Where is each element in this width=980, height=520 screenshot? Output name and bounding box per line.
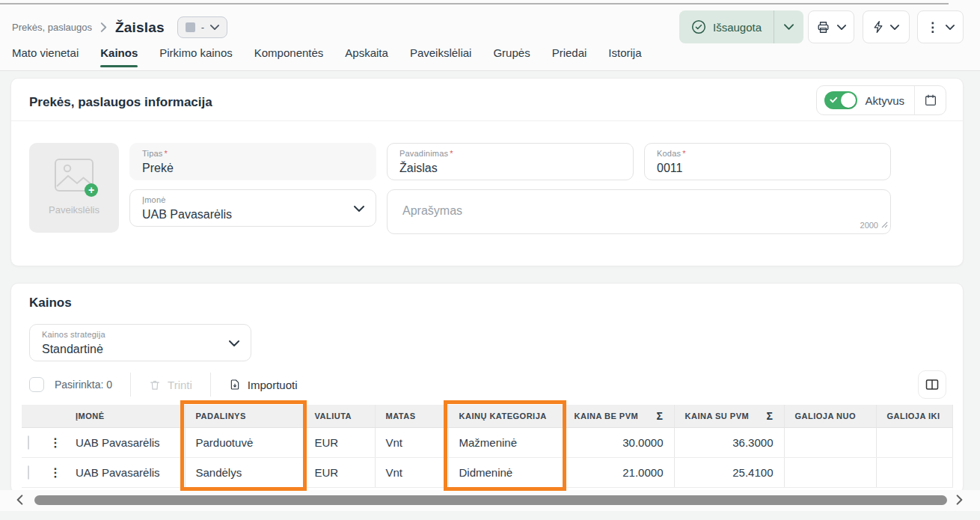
imone-value: UAB Pavasarėlis bbox=[142, 208, 232, 221]
tab-kainos[interactable]: Kainos bbox=[100, 46, 138, 67]
chevron-down-icon bbox=[837, 25, 846, 30]
col-header-galioja-iki[interactable]: GALIOJA IKI bbox=[876, 405, 952, 427]
tipas-field[interactable]: Tipas* Prekė bbox=[129, 143, 376, 180]
saved-dropdown-caret[interactable] bbox=[774, 24, 803, 30]
required-marker: * bbox=[450, 149, 453, 158]
sum-icon[interactable]: Σ bbox=[767, 410, 774, 422]
prices-card: Kainos Kainos strategija Standartinė Pas… bbox=[10, 283, 964, 494]
cell-matas[interactable]: Vnt bbox=[375, 457, 448, 487]
cell-kainu-kategorija[interactable]: Mažmeninė bbox=[448, 427, 563, 457]
strategy-label: Kainos strategija bbox=[42, 330, 105, 339]
toggle-knob bbox=[841, 93, 856, 108]
resize-handle[interactable] bbox=[881, 218, 888, 231]
import-button[interactable]: Importuoti bbox=[229, 378, 298, 391]
delete-button[interactable]: Trinti bbox=[149, 379, 192, 391]
table-row: ⋮ UAB Pavasarėlis Parduotuvė EUR Vnt Maž… bbox=[22, 427, 952, 457]
cell-kaina-su-pvm[interactable]: 36.3000 bbox=[674, 427, 784, 457]
imone-label: Įmonė bbox=[142, 195, 166, 204]
top-bar: Prekės, paslaugos Žaislas - Išsaugota bbox=[0, 0, 980, 71]
imone-select[interactable]: Įmonė UAB Pavasarėlis bbox=[129, 189, 376, 227]
divider bbox=[11, 120, 963, 121]
prices-table: ĮMONĖ PADALINYS VALIUTA MATAS KAINŲ KATE… bbox=[22, 405, 952, 488]
cell-matas[interactable]: Vnt bbox=[375, 427, 448, 457]
tipas-value: Prekė bbox=[142, 162, 174, 175]
tab-pirkimo-kainos[interactable]: Pirkimo kainos bbox=[159, 46, 233, 67]
print-dropdown-button[interactable] bbox=[808, 10, 854, 43]
aprasymas-textarea[interactable]: Aprašymas 2000 bbox=[387, 189, 891, 234]
chevron-down-icon bbox=[229, 336, 239, 349]
chevron-down-icon bbox=[354, 201, 364, 215]
variant-dropdown[interactable]: - bbox=[177, 16, 227, 38]
required-marker: * bbox=[165, 149, 168, 158]
check-circle-icon bbox=[691, 19, 706, 34]
tab-mato-vienetai[interactable]: Mato vienetai bbox=[12, 46, 79, 67]
cell-kaina-su-pvm[interactable]: 25.4100 bbox=[674, 457, 784, 487]
info-card-title: Prekės, paslaugos informacija bbox=[29, 95, 212, 110]
cell-padalinys[interactable]: Sandėlys bbox=[185, 457, 304, 487]
column-settings-button[interactable] bbox=[918, 370, 946, 399]
tab-apskaita[interactable]: Apskaita bbox=[345, 46, 388, 67]
status-pill: Aktyvus bbox=[816, 85, 946, 115]
col-header-kaina-su-pvm[interactable]: KAINA SU PVMΣ bbox=[674, 405, 784, 427]
strategy-value: Standartinė bbox=[42, 343, 103, 356]
tab-grupes[interactable]: Grupės bbox=[493, 46, 530, 67]
more-actions-dropdown-button[interactable]: ⋮ bbox=[917, 10, 964, 43]
kodas-value: 0011 bbox=[657, 162, 682, 175]
row-menu-kebab-icon[interactable]: ⋮ bbox=[49, 436, 61, 449]
required-marker: * bbox=[682, 149, 685, 158]
pavadinimas-label: Pavadinimas bbox=[399, 149, 448, 158]
quick-actions-dropdown-button[interactable] bbox=[863, 10, 910, 43]
calendar-button[interactable] bbox=[915, 85, 946, 115]
col-header-imone[interactable]: ĮMONĖ bbox=[65, 405, 185, 427]
cell-valiuta[interactable]: EUR bbox=[304, 457, 375, 487]
kebab-icon: ⋮ bbox=[926, 21, 939, 34]
row-checkbox[interactable] bbox=[28, 435, 29, 450]
horizontal-scrollbar-thumb[interactable] bbox=[34, 495, 947, 505]
cell-imone[interactable]: UAB Pavasarėlis bbox=[65, 457, 185, 487]
page-title: Žaislas bbox=[115, 19, 165, 36]
scroll-right-arrow[interactable] bbox=[956, 495, 963, 505]
saved-button[interactable]: Išsaugota bbox=[679, 19, 774, 34]
tab-istorija[interactable]: Istorija bbox=[608, 46, 641, 67]
active-toggle-label: Aktyvus bbox=[865, 94, 904, 107]
col-header-valiuta[interactable]: VALIUTA bbox=[304, 405, 375, 427]
breadcrumb-parent-link[interactable]: Prekės, paslaugos bbox=[12, 22, 92, 33]
cell-galioja-iki[interactable] bbox=[876, 427, 952, 457]
col-header-matas[interactable]: MATAS bbox=[375, 405, 448, 427]
prices-card-title: Kainos bbox=[29, 296, 72, 311]
kodas-input[interactable]: Kodas* 0011 bbox=[644, 143, 891, 180]
cell-galioja-iki[interactable] bbox=[876, 457, 952, 487]
tab-bar: Mato vienetai Kainos Pirkimo kainos Komp… bbox=[12, 46, 642, 67]
cell-kaina-be-pvm[interactable]: 30.0000 bbox=[563, 427, 674, 457]
tab-komponentes[interactable]: Komponentės bbox=[254, 46, 324, 67]
sum-icon[interactable]: Σ bbox=[657, 410, 664, 422]
cell-valiuta[interactable]: EUR bbox=[304, 427, 375, 457]
top-scrollbar[interactable] bbox=[0, 3, 949, 4]
row-menu-kebab-icon[interactable]: ⋮ bbox=[49, 466, 61, 479]
chevron-down-icon bbox=[210, 25, 219, 30]
col-header-kainu-kategorija[interactable]: KAINŲ KATEGORIJA bbox=[448, 405, 563, 427]
tab-priedai[interactable]: Priedai bbox=[552, 46, 587, 67]
cell-kainu-kategorija[interactable]: Didmeninė bbox=[448, 457, 563, 487]
col-header-kaina-be-pvm[interactable]: KAINA BE PVMΣ bbox=[563, 405, 674, 427]
cell-galioja-nuo[interactable] bbox=[784, 457, 876, 487]
cell-imone[interactable]: UAB Pavasarėlis bbox=[65, 427, 185, 457]
tab-paveiksleliai[interactable]: Paveikslėliai bbox=[410, 46, 472, 67]
divider bbox=[130, 373, 131, 397]
pavadinimas-input[interactable]: Pavadinimas* Žaislas bbox=[387, 143, 634, 180]
scroll-left-arrow[interactable] bbox=[16, 495, 23, 505]
divider bbox=[210, 373, 211, 397]
row-checkbox[interactable] bbox=[28, 465, 29, 480]
cell-galioja-nuo[interactable] bbox=[784, 427, 876, 457]
select-all-checkbox[interactable] bbox=[29, 377, 44, 392]
col-header-padalinys[interactable]: PADALINYS bbox=[185, 405, 304, 427]
col-label: KAINA SU PVM bbox=[685, 412, 750, 420]
price-strategy-select[interactable]: Kainos strategija Standartinė bbox=[29, 324, 251, 361]
active-toggle[interactable] bbox=[824, 91, 857, 109]
cell-kaina-be-pvm[interactable]: 21.0000 bbox=[563, 457, 674, 487]
col-header-galioja-nuo[interactable]: GALIOJA NUO bbox=[784, 405, 876, 427]
image-upload-placeholder[interactable]: + Paveikslėlis bbox=[29, 143, 119, 233]
image-placeholder-label: Paveikslėlis bbox=[49, 204, 99, 215]
cell-padalinys[interactable]: Parduotuvė bbox=[185, 427, 304, 457]
chevron-down-icon bbox=[890, 25, 899, 30]
